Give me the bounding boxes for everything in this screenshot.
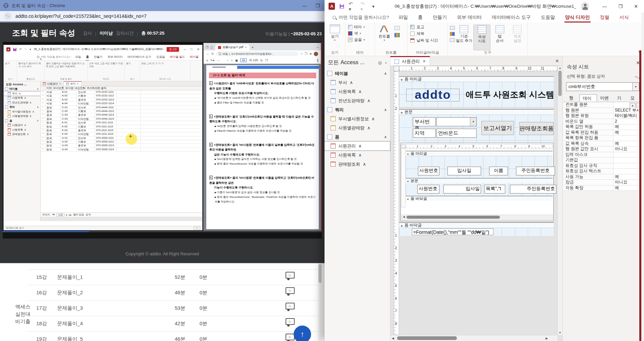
property-row[interactable]: 컨트롤 원본 ▾ … [563,102,643,108]
play-lecture-button[interactable]: ▷ [286,272,296,279]
colors-button[interactable]: 색 ▾ [348,31,373,36]
vertical-scrollbar[interactable]: ▲ ▼ [557,66,562,335]
nav-object[interactable]: 폼 ∧ [325,132,390,141]
subform-horizontal-scrollbar[interactable]: ◀ [401,215,553,220]
nav-object[interactable]: 사원목록 ∧ [325,87,390,96]
qat-customize-icon[interactable]: ▾ [372,4,375,9]
property-value[interactable]: 아니요 ▾ … [613,146,643,152]
lecture-row[interactable]: 16강 문제풀이_2 48분 0분 ▷ [27,285,319,300]
subform-footer-bar[interactable]: 폼 바닥글 [406,196,553,201]
property-row[interactable]: 행 원본 값만 표시 아니요 ▾ … [563,146,643,152]
subform-header-bar[interactable]: 폼 머리글 [406,151,553,156]
sales-query-form-button[interactable]: 판매량조회폼 [519,122,554,135]
property-tab[interactable]: 기타 [614,94,628,101]
hire-date-field[interactable]: 입사일 [443,185,481,194]
property-row[interactable]: 자동 확장 예 ▾ … [563,185,643,191]
form-footer-section[interactable]: =Format(Date(),"mm""월 ""dd₩일") [399,228,554,236]
form-header-section-bar[interactable]: 폼 머리글 [399,76,554,82]
dept-no-combo[interactable]: ▾ [436,117,477,126]
scrollbar-thumb[interactable] [318,264,321,283]
property-value[interactable]: 2 ▾ … [613,119,643,124]
property-value[interactable]: 예 ▾ … [613,124,643,130]
property-row[interactable]: 유효성 검사 텍스트 ▾ … [563,169,643,174]
subform-ruler-corner[interactable] [401,144,405,148]
close-document-icon[interactable]: ✕ [555,58,559,63]
nav-object[interactable]: 사원목록 ∧ [325,151,390,160]
name-expression-field[interactable]: 목록","t [484,185,505,194]
property-value[interactable]: 테이블/쿼리 ▾ … [613,113,643,119]
region-textbox[interactable]: 언바운드 [436,129,477,138]
nav-object[interactable]: 사원관리 ∧ [325,141,390,151]
tool-button[interactable]: 기존 필드 추가 [456,25,473,50]
scroll-left-icon[interactable]: ◀ [403,215,405,218]
ribbon-tab[interactable]: 양식 디자인 [564,13,591,22]
property-value[interactable]: ▾ … [613,169,643,174]
scroll-right-icon[interactable]: ▶ [546,337,548,340]
scrollbar-thumb[interactable] [397,336,457,340]
property-value[interactable]: SELECT 부서.지 ▾ … [613,108,643,113]
ribbon-tab[interactable]: 데이터베이스 도구 [491,13,531,22]
property-row[interactable]: 목록 항목 편집 폼 ▾ … [563,135,643,141]
property-row[interactable]: 값 목록 편집 허용 예 ▾ … [563,130,643,136]
tool-button[interactable]: 속성 시트 [473,25,490,50]
subform-detail-bar[interactable]: 본문 [406,178,553,183]
property-value[interactable]: ▾ … [613,102,643,108]
maximize-button[interactable]: ❐ [315,3,320,8]
play-lecture-button[interactable]: ▷ [286,287,296,294]
undo-icon[interactable]: ↶ ▾ [349,1,356,12]
mini-tool-icon[interactable] [450,38,455,42]
property-row[interactable]: 행 원본 SELECT 부서.지 ▾ … [563,108,643,114]
chevron-down-icon[interactable]: ▾ [630,103,636,108]
mini-tool-icon[interactable] [450,26,455,30]
horizontal-ruler[interactable]: 1234567891011 [399,66,557,71]
ribbon-tab[interactable]: 도움말 [540,13,556,22]
chrome-titlebar[interactable]: 조회 및 필터 속성 - Chrome — ❐ [0,0,325,11]
ribbon-tab[interactable]: 외부 데이터 [456,13,482,22]
mini-tool-icon[interactable] [450,32,455,36]
emp-no-field[interactable]: 사원번호 [417,185,439,194]
property-value[interactable]: ▾ … [613,158,643,163]
form-title-label[interactable]: 애드투 사원조회 시스템 [466,89,554,100]
scrollbar-thumb[interactable] [406,216,500,219]
url-text[interactable]: addto.co.kr/player/?ul_code=215723&lec_s… [15,13,146,19]
property-value[interactable]: ▾ … [613,163,643,169]
close-button[interactable]: ✕ [634,4,638,9]
nav-object[interactable]: 사원별판매량 ∧ [325,123,390,132]
play-lecture-button[interactable]: ▷ [286,303,296,309]
ssn-header-label[interactable]: 주민등록번호 [516,167,555,175]
employee-subform[interactable]: 12345678910 폼 머리글 사원번호 입사일 이름 주민등록번호 [400,143,554,221]
nav-menu-icon[interactable]: ◎ [378,60,382,65]
chevron-down-icon[interactable]: ▾ [470,118,476,126]
emp-no-header-label[interactable]: 사원번호 [418,167,439,175]
hire-date-header-label[interactable]: 입사일 [447,167,481,175]
save-icon[interactable] [340,4,344,9]
video-control-bar[interactable] [3,231,322,239]
property-value[interactable]: ▾ … [613,152,643,158]
insert-chart-icon[interactable] [394,33,400,37]
ribbon-tab[interactable]: 서식 [619,13,630,22]
ribbon-tab[interactable]: 정렬 [599,13,610,22]
property-row[interactable]: 유효성 검사 규칙 ▾ … [563,163,643,169]
open-report-button[interactable]: 보고서열기 [481,121,514,135]
lecture-row[interactable]: 19강 문제풀이_5 46분 0분 ▷ [27,331,319,341]
shutter-close-icon[interactable]: ‹ [385,60,387,65]
property-row[interactable]: 입력 마스크 ▾ … [563,152,643,158]
date-time-button[interactable]: 날짜 및 시간 [410,38,446,43]
ribbon-tab[interactable]: 만들기 [432,13,447,22]
nav-object[interactable]: 테이블 ∧ [325,69,390,78]
logo-button[interactable]: 로고 [410,25,446,30]
property-tab[interactable]: 데이터 [579,94,597,101]
view-button[interactable]: 보기 [331,34,339,39]
scrollbar-thumb[interactable] [558,71,562,96]
region-label[interactable]: 지역 [413,129,436,138]
property-value[interactable]: 예 ▾ … [613,174,643,180]
property-value[interactable]: 예 ▾ … [613,130,643,135]
ribbon-tab[interactable]: 파일 [398,13,409,22]
property-tab[interactable]: 모두 [627,94,641,101]
ssn-field[interactable]: 주민등록번호 [510,185,556,194]
scroll-to-top-button[interactable]: ↑ [294,326,311,341]
scroll-down-icon[interactable]: ▼ [559,331,561,334]
ruler-corner[interactable] [394,66,399,71]
subform-header-section[interactable]: 사원번호 입사일 이름 주민등록번호 [406,156,553,178]
lecture-row[interactable]: 18강 문제풀이_4 42분 0분 ▷ [27,316,319,331]
